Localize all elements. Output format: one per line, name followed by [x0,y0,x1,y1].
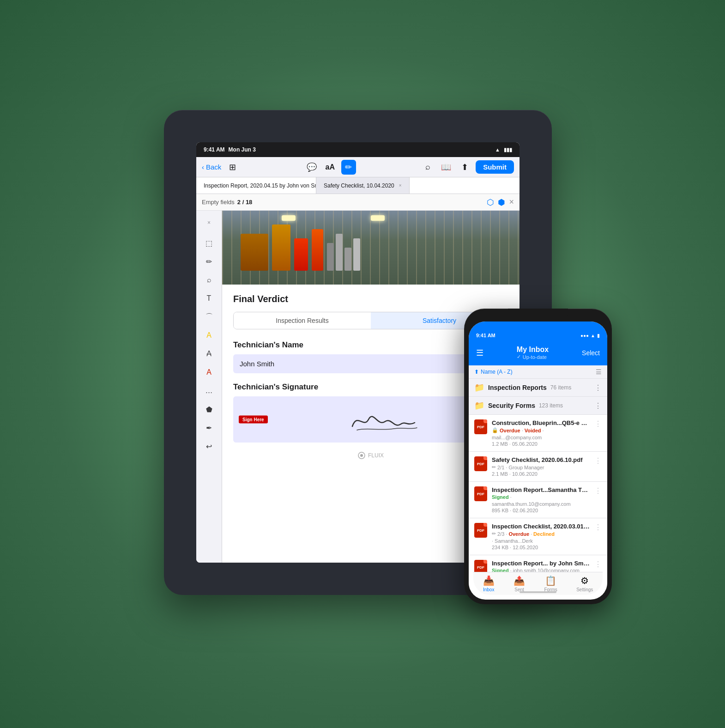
fields-next-button[interactable]: ⬢ [498,197,505,207]
check-icon: ✓ [517,354,521,360]
file-size: 2.1 MB [492,471,508,477]
file-meta: ✏ 2/1 · Group Manager [492,464,590,470]
file-size-date: 2.1 MB · 10.06.2020 [492,471,590,477]
item1-more-icon[interactable]: ⋮ [594,419,602,428]
status-left: 9:41 AM Mon Jun 3 [204,146,256,153]
submit-button[interactable]: Submit [476,160,514,174]
item5-more-icon[interactable]: ⋮ [594,560,602,569]
select-button[interactable]: Select [582,349,600,357]
header-center: My Inbox ✓ Up-to-date [517,346,549,360]
stamp-tool[interactable]: ⬟ [201,401,218,418]
color-tool[interactable]: A [201,364,218,381]
status-declined: Declined [533,531,555,537]
file-size: 895 KB [492,508,508,513]
phone-notch [508,309,568,322]
battery-icon: ▮▮▮ [504,147,512,153]
library-button[interactable]: 📖 [439,160,453,175]
phone-shell: 9:41 AM ●●● ▲ ▮ ☰ My Inbox ✓ [464,309,612,604]
section2-more-icon[interactable]: ⋮ [594,401,602,410]
document-image [222,211,520,285]
sidebar-close-button[interactable]: × [201,214,218,231]
list-item[interactable]: PDF Inspection Checklist, 2020.03.01.pdf… [469,518,607,555]
phone-header: ☰ My Inbox ✓ Up-to-date Select [469,342,607,365]
inspection-results-tab[interactable]: Inspection Results [234,312,371,329]
text-tool[interactable]: T [201,290,218,307]
selection-tool[interactable]: ⬚ [201,235,218,251]
section1-more-icon[interactable]: ⋮ [594,383,602,392]
sign-here-badge: Sign Here [239,416,268,424]
settings-nav-icon: ⚙ [580,575,589,586]
sort-up-icon: ⬆ [474,369,479,375]
zoom-tool[interactable]: ⌕ [201,272,218,288]
file-name: Construction, Blueprin...QB5-e v1.2.pdf [492,419,590,426]
wifi-icon: ▲ [495,147,500,152]
file-info: Construction, Blueprin...QB5-e v1.2.pdf … [492,419,590,447]
file-date: 02.06.2020 [513,508,538,513]
svg-point-1 [360,454,363,457]
file-size-date: 1.2 MB · 05.06.2020 [492,441,590,447]
status-time: 9:41 AM [204,146,225,153]
search-button[interactable]: ⌕ [420,160,435,175]
tab2-close-icon[interactable]: × [399,183,402,188]
grid-button[interactable]: ⊞ [225,160,240,175]
forms-nav-icon: 📋 [545,575,556,586]
file-info: Safety Checklist, 2020.06.10.pdf ✏ 2/1 ·… [492,456,590,477]
file-date: 05.06.2020 [512,441,538,447]
file-size: 1.2 MB [492,441,508,447]
undo-tool[interactable]: ↩ [201,438,218,455]
file-size-date: 895 KB · 02.06.2020 [492,508,590,513]
pencil-icon: ✏ [492,464,496,470]
list-item[interactable]: PDF Safety Checklist, 2020.06.10.pdf ✏ 2… [469,452,607,482]
pdf-icon: PDF [474,419,487,434]
nav-forms[interactable]: 📋 Forms [544,575,557,592]
item2-more-icon[interactable]: ⋮ [594,456,602,465]
tab2-title: Safety Checklist, 10.04.2020 [324,182,394,189]
share-button[interactable]: ⬆ [457,160,472,175]
phone-wifi-icon: ▲ [591,333,595,338]
list-item[interactable]: PDF Inspection Report...Samantha Thurn.p… [469,482,607,518]
sort-label-text: Name (A - Z) [481,369,513,375]
nav-inbox[interactable]: 📥 Inbox [483,575,495,592]
tab-inspection-report[interactable]: Inspection Report, 2020.04.15 by John vo… [196,177,316,194]
pdf-icon: PDF [474,486,487,501]
view-toggle-button[interactable]: ☰ [596,368,602,376]
fields-prev-button[interactable]: ⬡ [487,197,494,207]
fluix-label: FLUIX [368,452,384,459]
menu-button[interactable]: ☰ [476,348,483,358]
callout-tool[interactable]: … [201,382,218,399]
toolbar-left: ‹ Back ⊞ [202,160,240,175]
fields-close-button[interactable]: × [509,197,514,207]
section1-name: Inspection Reports [488,384,547,391]
strikethrough-tool[interactable]: A [201,346,218,362]
sort-button[interactable]: ⬆ Name (A - Z) [474,369,513,375]
file-info: Inspection Report...Samantha Thurn.pdf S… [492,486,590,513]
signature-tool[interactable]: ✒ [201,419,218,436]
inspection-reports-section: 📁 Inspection Reports 76 items ⋮ [469,379,607,397]
sort-bar: ⬆ Name (A - Z) ☰ [469,365,607,379]
tab-safety-checklist[interactable]: Safety Checklist, 10.04.2020 × [316,177,410,194]
fluix-logo-icon [358,452,365,459]
comment-button[interactable]: 💬 [304,160,319,175]
phone-time: 9:41 AM [476,333,495,338]
list-item[interactable]: PDF Construction, Blueprin...QB5-e v1.2.… [469,415,607,452]
security-forms-section: 📁 Security Forms 123 items ⋮ [469,397,607,415]
item3-more-icon[interactable]: ⋮ [594,486,602,495]
pen-button[interactable]: ✏ [341,160,356,175]
highlight-tool[interactable]: A [201,327,218,344]
back-button[interactable]: ‹ Back [202,163,221,171]
phone-status-right: ●●● ▲ ▮ [580,333,600,338]
fields-navigation: ⬡ ⬢ × [487,197,514,207]
text-size-button[interactable]: aA [323,160,338,175]
nav-sent[interactable]: 📤 Sent [514,575,525,592]
nav-settings[interactable]: ⚙ Settings [576,575,593,592]
pen-tool[interactable]: ✏ [201,253,218,270]
item4-more-icon[interactable]: ⋮ [594,523,602,532]
signature-drawing [343,403,426,436]
phone-screen: 9:41 AM ●●● ▲ ▮ ☰ My Inbox ✓ [469,322,607,600]
lasso-tool[interactable]: ⌒ [201,309,218,325]
file-recipient: mail...@company.com [492,435,542,440]
image-content [222,211,520,285]
fields-bar: Empty fields 2 / 18 ⬡ ⬢ × [196,194,520,211]
phone-device: 9:41 AM ●●● ▲ ▮ ☰ My Inbox ✓ [464,309,612,604]
back-chevron-icon: ‹ [202,163,204,171]
